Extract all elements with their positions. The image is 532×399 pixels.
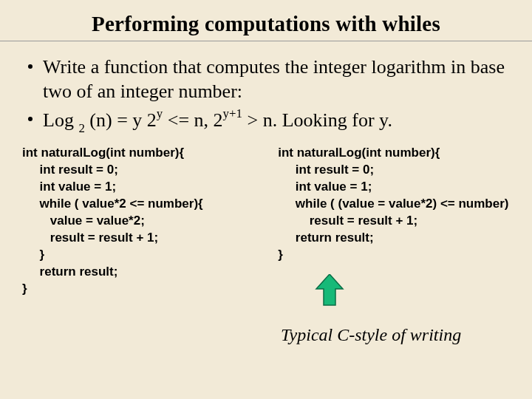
- code-block-left: int naturalLog(int number){ int result =…: [22, 145, 266, 297]
- bullet-list: Write a function that computes the integ…: [28, 55, 510, 134]
- code-block-right: int naturalLog(int number){ int result =…: [278, 145, 517, 264]
- caption-text: Typical C-style of writing: [281, 325, 461, 345]
- bullet-item-1: Write a function that computes the integ…: [28, 55, 510, 104]
- t: Log: [43, 109, 78, 130]
- code-right-column: int naturalLog(int number){ int result =…: [278, 145, 517, 297]
- bullet-dot: [28, 117, 33, 121]
- bullet-text-1: Write a function that computes the integ…: [43, 55, 510, 104]
- arrow-shape: [316, 274, 343, 305]
- slide-title: Performing computations with whiles: [0, 0, 532, 41]
- code-left-column: int naturalLog(int number){ int result =…: [22, 145, 266, 297]
- sup: y: [157, 106, 163, 120]
- sup: y+1: [223, 106, 242, 120]
- bullet-item-2: Log 2 (n) = y 2y <= n, 2y+1 > n. Looking…: [28, 107, 510, 134]
- code-columns: int naturalLog(int number){ int result =…: [22, 145, 517, 297]
- bullet-dot: [28, 64, 33, 69]
- t: <= n, 2: [163, 109, 222, 130]
- sub: 2: [78, 121, 84, 135]
- bullet-text-2: Log 2 (n) = y 2y <= n, 2y+1 > n. Looking…: [43, 107, 392, 134]
- t: (n) = y 2: [85, 109, 157, 130]
- up-arrow-icon: [315, 274, 344, 307]
- t: > n. Looking for y.: [242, 109, 392, 130]
- slide: Performing computations with whiles Writ…: [0, 0, 532, 399]
